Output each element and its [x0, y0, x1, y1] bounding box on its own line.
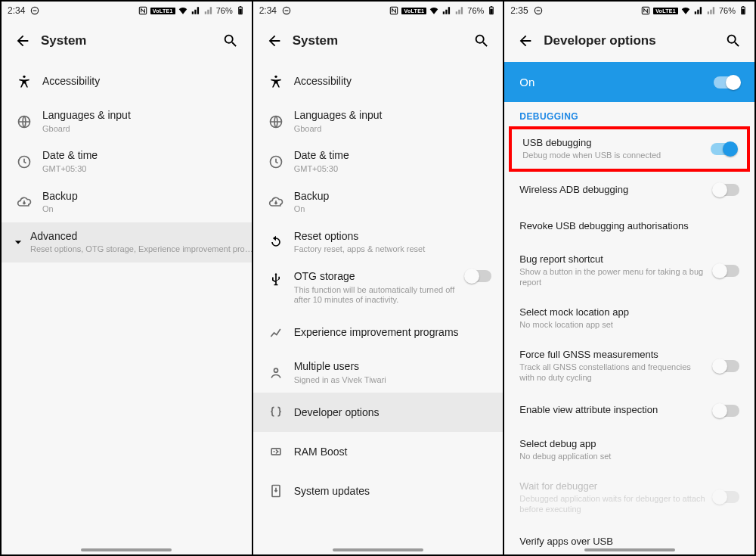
- section-debugging: DEBUGGING: [504, 102, 754, 126]
- settings-list: Accessibility Languages & input Gboard D…: [253, 62, 503, 554]
- battery-icon: [235, 5, 246, 16]
- app-bar: System: [2, 20, 252, 62]
- battery-icon: [486, 5, 497, 16]
- usb-icon: [262, 270, 290, 287]
- accessibility-icon: [11, 74, 38, 89]
- nfc-icon: [640, 5, 651, 16]
- row-bug-report[interactable]: Bug report shortcut Show a button in the…: [504, 244, 754, 297]
- screen-system-collapsed: 2:34 VoLTE1 76% System Accessibility Lan…: [2, 2, 252, 554]
- screen-developer-options: 2:35 VoLTE1 76% Developer options On DEB…: [504, 2, 754, 554]
- page-title: Developer options: [539, 33, 720, 48]
- dnd-icon: [533, 5, 544, 16]
- row-usb-debugging[interactable]: USB debugging Debug mode when USB is con…: [512, 129, 747, 169]
- nfc-icon: [138, 5, 148, 16]
- row-accessibility[interactable]: Accessibility: [253, 62, 503, 101]
- signal-icon: [191, 5, 201, 16]
- person-icon: [262, 365, 290, 381]
- dev-options-banner[interactable]: On: [504, 62, 754, 102]
- row-reset[interactable]: Reset options Factory reset, apps & netw…: [253, 222, 503, 262]
- gnss-toggle[interactable]: [714, 360, 739, 372]
- dev-options-list: DEBUGGING USB debugging Debug mode when …: [504, 102, 754, 554]
- reset-icon: [262, 235, 290, 250]
- signal2-icon: [203, 5, 214, 16]
- status-time: 2:34: [259, 5, 277, 16]
- row-advanced[interactable]: Advanced Reset options, OTG storage, Exp…: [2, 222, 252, 262]
- wifi-icon: [178, 5, 188, 16]
- nav-handle[interactable]: [81, 548, 172, 551]
- search-button[interactable]: [720, 27, 747, 54]
- page-title: System: [36, 33, 217, 48]
- globe-icon: [11, 114, 38, 129]
- volte-badge: VoLTE1: [653, 8, 678, 14]
- search-button[interactable]: [217, 27, 244, 54]
- bug-report-toggle[interactable]: [714, 265, 739, 277]
- status-time: 2:35: [510, 5, 528, 16]
- status-bar: 2:34 VoLTE1 76%: [253, 2, 503, 20]
- signal2-icon: [454, 5, 465, 16]
- row-mock-location[interactable]: Select mock location app No mock locatio…: [504, 297, 754, 340]
- screen-system-expanded: 2:34 VoLTE1 76% System Accessibility Lan…: [253, 2, 503, 554]
- nav-handle[interactable]: [333, 548, 423, 551]
- ram-icon: [262, 444, 290, 459]
- battery-pct: 76%: [467, 6, 484, 15]
- row-wait-for-debugger: Wait for debugger Debugged application w…: [504, 471, 754, 524]
- dnd-icon: [281, 5, 292, 16]
- row-select-debug-app[interactable]: Select debug app No debug application se…: [504, 429, 754, 471]
- globe-icon: [262, 114, 290, 129]
- row-datetime[interactable]: Date & time GMT+05:30: [253, 141, 503, 182]
- nfc-icon: [389, 5, 399, 16]
- usb-debugging-toggle[interactable]: [711, 143, 736, 155]
- wireless-adb-toggle[interactable]: [714, 184, 739, 196]
- signal-icon: [693, 5, 704, 16]
- back-button[interactable]: [9, 27, 36, 54]
- row-system-updates[interactable]: System updates: [253, 471, 503, 511]
- status-time: 2:34: [8, 5, 25, 16]
- nav-handle[interactable]: [584, 548, 675, 551]
- battery-pct: 76%: [216, 6, 233, 15]
- row-languages[interactable]: Languages & input Gboard: [2, 101, 252, 141]
- braces-icon: [262, 405, 290, 420]
- battery-icon: [738, 5, 748, 16]
- row-experience[interactable]: Experience improvement programs: [253, 313, 503, 353]
- wifi-icon: [429, 5, 439, 16]
- row-revoke-auth[interactable]: Revoke USB debugging authorisations: [504, 208, 754, 244]
- accessibility-icon: [262, 74, 290, 89]
- cloud-icon: [11, 194, 38, 210]
- search-button[interactable]: [468, 27, 495, 54]
- highlight-usb-debugging: USB debugging Debug mode when USB is con…: [509, 126, 750, 172]
- otg-toggle[interactable]: [466, 270, 491, 282]
- status-bar: 2:35 VoLTE1 76%: [504, 2, 754, 20]
- signal-icon: [442, 5, 452, 16]
- app-bar: Developer options: [504, 20, 754, 62]
- back-button[interactable]: [512, 27, 539, 54]
- dev-options-master-toggle[interactable]: [714, 76, 739, 89]
- row-developer-options[interactable]: Developer options: [253, 393, 503, 432]
- status-bar: 2:34 VoLTE1 76%: [2, 2, 252, 20]
- wait-debugger-toggle: [714, 491, 739, 503]
- row-backup[interactable]: Backup On: [253, 182, 503, 222]
- chevron-down-icon: [11, 235, 26, 250]
- row-multiusers[interactable]: Multiple users Signed in as Vivek Tiwari: [253, 353, 503, 393]
- view-attr-toggle[interactable]: [714, 405, 739, 417]
- row-otg[interactable]: OTG storage This function will be automa…: [253, 262, 503, 313]
- back-button[interactable]: [261, 27, 288, 54]
- battery-pct: 76%: [719, 6, 736, 15]
- download-icon: [262, 483, 290, 499]
- row-wireless-adb[interactable]: Wireless ADB debugging: [504, 172, 754, 208]
- row-datetime[interactable]: Date & time GMT+05:30: [2, 141, 252, 182]
- app-bar: System: [253, 20, 503, 62]
- row-languages[interactable]: Languages & input Gboard: [253, 101, 503, 141]
- dnd-icon: [29, 5, 40, 16]
- page-title: System: [288, 33, 469, 48]
- row-gnss[interactable]: Force full GNSS measurements Track all G…: [504, 340, 754, 393]
- row-backup[interactable]: Backup On: [2, 182, 252, 222]
- row-accessibility[interactable]: Accessibility: [2, 62, 252, 101]
- settings-list: Accessibility Languages & input Gboard D…: [2, 62, 252, 554]
- signal2-icon: [706, 5, 717, 16]
- row-view-attr[interactable]: Enable view attribute inspection: [504, 393, 754, 429]
- cloud-icon: [262, 194, 290, 210]
- row-ram-boost[interactable]: RAM Boost: [253, 432, 503, 471]
- chart-icon: [262, 325, 290, 340]
- volte-badge: VoLTE1: [401, 8, 426, 14]
- clock-icon: [11, 154, 38, 169]
